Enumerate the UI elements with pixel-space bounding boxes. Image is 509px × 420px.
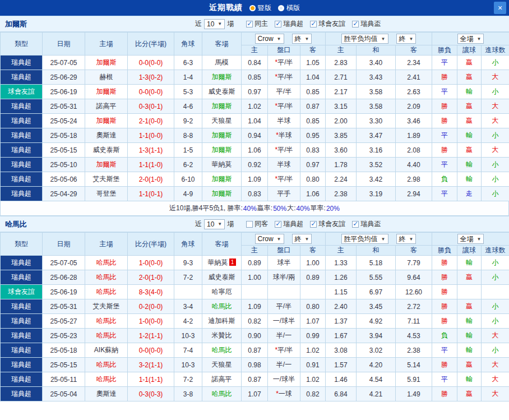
match-score: 0-3(0-3) [128,387,174,401]
match-score: 1-2(1-1) [128,329,174,343]
league-label: 瑞典盃 [360,219,381,229]
col-avg-draw: 和 [357,45,396,56]
away-odds: 0.80 [300,172,326,187]
result-label: 平 [432,85,457,99]
away-team: 天狼星 [202,114,242,128]
corner-score [174,285,202,299]
league-label: 瑞典超 [283,19,303,29]
away-odds: 1.06 [300,187,326,201]
handicap: 半球 [268,114,300,128]
league-badge: 球會友誼 [1,85,43,99]
final-odds-select[interactable]: 終▼ [292,234,312,244]
match-row: 瑞典超25-06-29赫根1-3(0-2)1-4加爾斯0.85*平/半1.042… [1,70,509,85]
avg-home-odds: 3.08 [326,343,357,358]
league-badge: 瑞典超 [1,358,43,372]
match-count-select[interactable]: 10 ▼ [204,19,225,29]
avg-home-odds: 1.37 [326,314,357,329]
match-date: 25-05-15 [43,143,85,158]
checkbox-icon [310,221,317,228]
checkbox-icon [246,221,253,228]
league-checkbox-friendly[interactable]: 球會友誼 [310,19,345,29]
avg-away-odds: 2.38 [396,343,432,358]
goals-label: 小 [482,314,509,329]
handicap-result-label: 贏 [457,56,482,70]
avg-home-odds: 1.57 [326,358,357,372]
match-date: 25-04-29 [43,187,85,201]
handicap-result-label: 贏 [457,114,482,128]
col-corner: 角球 [174,33,202,56]
league-checkbox-allsvenskan[interactable]: 瑞典超 [275,219,303,229]
league-badge: 瑞典超 [1,187,43,201]
avg-draw-odds: 3.02 [357,343,396,358]
col-avg-away: 客 [396,246,432,256]
checkbox-icon [310,21,317,27]
record-summary: 近10場,勝4平5负1, 勝率:40% 贏率:50% 大:40% 單率:20% [0,201,509,216]
avg-odds-select[interactable]: 胜平负均值▼ [341,234,388,244]
handicap-result-label: 贏 [457,270,482,285]
avg-draw-odds: 3.19 [357,187,396,201]
match-score: 0-0(0-0) [128,343,174,358]
same-venue-checkbox[interactable]: 同主 [246,19,268,29]
goals-label: 小 [482,187,509,201]
home-team: 奧斯達 [85,387,128,401]
corner-score: 8-8 [174,128,202,143]
match-count-select[interactable]: 10 ▼ [204,219,225,229]
away-team: 哈馬比 [202,387,242,401]
match-score: 3-2(1-1) [128,358,174,372]
same-venue-checkbox[interactable]: 同客 [246,219,268,229]
close-button[interactable]: × [494,2,506,14]
layout-radio-horizontal[interactable]: 橫版 [278,3,300,13]
bookmaker-select[interactable]: Crow▼ [255,34,284,44]
league-badge: 瑞典超 [1,256,43,270]
league-checkbox-friendly[interactable]: 球會友誼 [310,219,345,229]
away-team: 加爾斯 [202,187,242,201]
league-badge: 瑞典超 [1,387,43,401]
league-checkbox-cup[interactable]: 瑞典盃 [352,19,381,29]
col-odds-home: 主 [242,246,268,256]
match-score: 1-3(1-1) [128,143,174,158]
corner-score: 1-5 [174,143,202,158]
handicap [268,285,300,299]
full-match-select[interactable]: 全場▼ [457,34,484,44]
avg-home-odds: 3.85 [326,128,357,143]
home-team: 哈馬比 [85,372,128,387]
avg-odds-select[interactable]: 胜平负均值▼ [341,34,388,44]
away-odds: 0.87 [300,99,326,114]
league-checkbox-allsvenskan[interactable]: 瑞典超 [275,19,303,29]
home-odds: 0.90 [242,329,268,343]
avg-draw-odds: 3.58 [357,99,396,114]
avg-draw-odds: 6.97 [357,285,396,299]
corner-score: 6-3 [174,56,202,70]
bookmaker-select[interactable]: Crow▼ [255,234,284,244]
result-label: 平 [432,372,457,387]
avg-home-odds: 2.00 [326,114,357,128]
col-goals: 進球数 [482,45,509,56]
result-label: 勝 [432,314,457,329]
chevron-down-icon: ▼ [305,237,309,242]
home-odds: 0.83 [242,187,268,201]
layout-radio-vertical[interactable]: 豎版 [249,3,271,13]
corner-score: 4-6 [174,99,202,114]
avg-draw-odds: 4.92 [357,314,396,329]
avg-home-odds: 3.15 [326,99,357,114]
col-away: 客場 [202,33,242,56]
match-date: 25-07-05 [43,256,85,270]
final-odds-select[interactable]: 終▼ [292,34,312,44]
goals-label: 大 [482,372,509,387]
match-row: 瑞典超25-05-27哈馬比1-0(0-0)4-2迪加科斯0.82一/球半1.0… [1,314,509,329]
full-match-select[interactable]: 全場▼ [457,234,484,244]
avg-away-odds: 7.79 [396,256,432,270]
away-team: 華納莫1 [202,256,242,270]
final-avg-select[interactable]: 終▼ [396,234,417,244]
avg-away-odds: 7.11 [396,314,432,329]
league-label: 瑞典超 [283,219,303,229]
league-badge: 瑞典超 [1,172,43,187]
final-avg-select[interactable]: 終▼ [396,34,417,44]
league-label: 球會友誼 [318,19,345,29]
away-odds: 0.95 [300,128,326,143]
result-label: 平 [432,187,457,201]
league-checkbox-cup[interactable]: 瑞典盃 [352,219,381,229]
handicap: *一球 [268,387,300,401]
handicap: 半球 [268,158,300,172]
avg-away-odds: 2.72 [396,299,432,314]
